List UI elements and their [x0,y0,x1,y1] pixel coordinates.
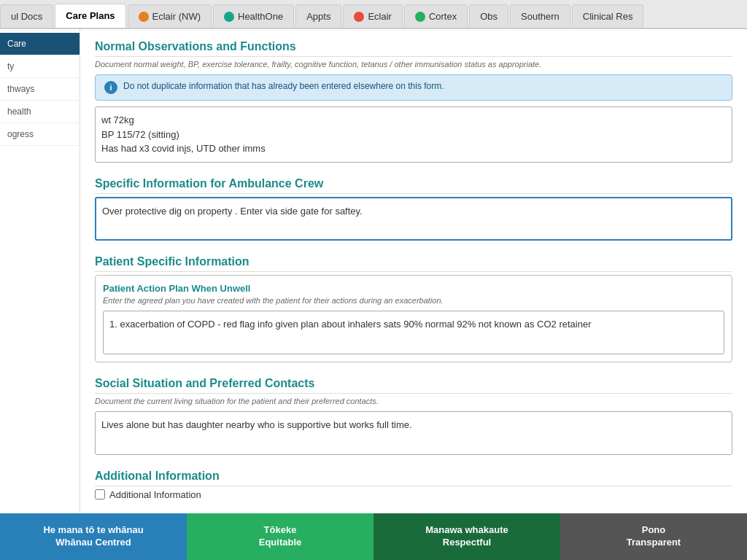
sidebar-item-care[interactable]: Care [0,33,80,55]
social-situation-subtitle: Document the current living situation fo… [95,397,732,405]
patient-specific-title: Patient Specific Information [95,255,732,272]
main-layout: Caretythwayshealthogress Normal Observat… [0,29,747,513]
normal-observations-subtitle: Document normal weight, BP, exercise tol… [95,60,732,69]
tab-label-ul-docs: ul Docs [11,11,42,22]
footer-item-equitable: Tōkeke Equitable [187,513,374,560]
patient-specific-section: Patient Specific Information Patient Act… [95,255,732,362]
additional-info-checkbox[interactable] [95,489,105,499]
tab-label-healthone: HealthOne [238,11,283,22]
tab-eclair-nw[interactable]: Eclair (NW) [128,4,212,28]
action-plan-subsection: Patient Action Plan When Unwell Enter th… [95,275,732,362]
tab-ul-docs[interactable]: ul Docs [0,4,53,28]
tab-label-appts: Appts [306,11,330,22]
sidebar: Caretythwayshealthogress [0,29,80,513]
tab-obs[interactable]: Obs [469,4,508,28]
normal-observations-title: Normal Observations and Functions [95,40,732,57]
tab-eclair2[interactable]: Eclair [343,4,403,28]
eclair-nw-icon [139,12,149,22]
action-plan-field[interactable]: 1. exacerbation of COPD - red flag info … [103,311,724,354]
tab-cortex[interactable]: Cortex [404,4,468,28]
tab-label-cortex: Cortex [429,11,457,22]
tab-label-clinical-res: Clinical Res [583,11,633,22]
action-plan-title: Patient Action Plan When Unwell [103,283,724,294]
sidebar-item-health[interactable]: health [0,101,80,123]
tab-care-plans[interactable]: Care Plans [55,4,125,28]
tab-label-care-plans: Care Plans [66,10,115,21]
normal-observations-section: Normal Observations and Functions Docume… [95,40,732,163]
tab-label-eclair-nw: Eclair (NW) [152,11,201,22]
footer-item-whanau: He mana tō te whānau Whānau Centred [0,513,187,560]
sidebar-item-ogress[interactable]: ogress [0,123,80,146]
tab-label-southern: Southern [521,11,560,22]
tab-label-eclair2: Eclair [368,11,392,22]
ambulance-crew-section: Specific Information for Ambulance Crew … [95,177,732,241]
action-plan-description: Enter the agreed plan you have created w… [103,296,724,305]
tab-label-obs: Obs [480,11,498,22]
additional-info-checkbox-label: Additional Information [109,489,201,500]
ambulance-crew-title: Specific Information for Ambulance Crew [95,177,732,194]
footer-item-respectful: Manawa whakaute Respectful [374,513,560,560]
footer-item-transparent: Pono Transparent [560,513,747,560]
info-box: i Do not duplicate information that has … [95,74,732,101]
footer: He mana tō te whānau Whānau CentredTōkek… [0,513,747,560]
sidebar-item-thways[interactable]: thways [0,78,80,101]
additional-info-title: Additional Information [95,470,732,486]
tab-healthone[interactable]: HealthOne [213,4,294,28]
info-icon: i [104,81,117,94]
tab-appts[interactable]: Appts [295,4,341,28]
info-message: Do not duplicate information that has al… [123,81,444,91]
tab-bar: ul DocsCare PlansEclair (NW)HealthOneApp… [0,0,747,29]
tab-southern[interactable]: Southern [510,4,570,28]
additional-info-section: Additional Information Additional Inform… [95,470,732,500]
social-situation-field[interactable]: Lives alone but has daughter nearby who … [95,411,732,455]
healthone-icon [224,12,234,22]
tab-clinical-res[interactable]: Clinical Res [572,4,644,28]
content-area: Normal Observations and Functions Docume… [80,29,747,513]
eclair2-icon [354,12,364,22]
normal-observations-field[interactable]: wt 72kg BP 115/72 (sitting) Has had x3 c… [95,106,732,163]
social-situation-title: Social Situation and Preferred Contacts [95,377,732,394]
social-situation-section: Social Situation and Preferred Contacts … [95,377,732,455]
sidebar-item-ty[interactable]: ty [0,55,80,78]
cortex-icon [415,12,425,22]
additional-info-checkbox-row: Additional Information [95,489,732,500]
ambulance-crew-field[interactable]: Over protective dig on property . Enter … [95,197,732,241]
